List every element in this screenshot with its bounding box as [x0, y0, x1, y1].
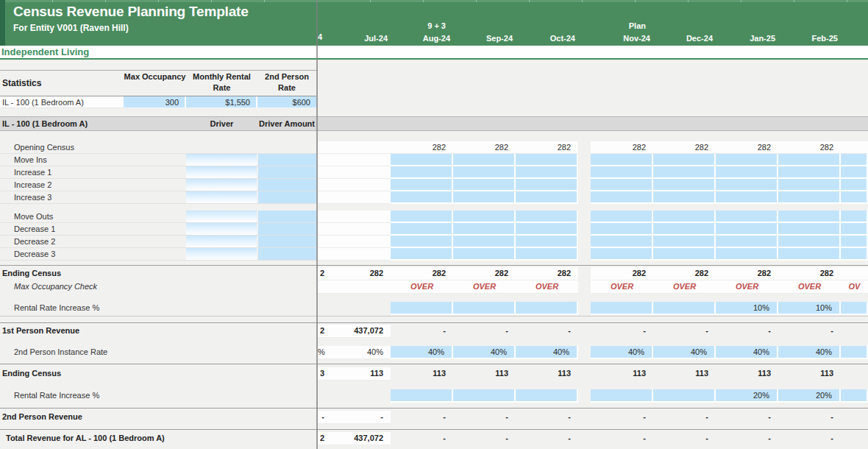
cell-mar_partial-decrease-1[interactable] — [841, 223, 868, 236]
cell-oct-increase-1[interactable] — [516, 166, 578, 179]
monthly-rental-rate-input[interactable]: $1,550 — [186, 96, 257, 108]
driver-input-move-outs[interactable] — [186, 211, 258, 222]
cell-feb-move-outs[interactable] — [778, 211, 841, 223]
driver-amount-input-move-ins[interactable] — [258, 154, 316, 166]
cell-nov-rental-rate-increase-2[interactable] — [591, 389, 653, 403]
cell-feb-increase-3[interactable] — [778, 191, 841, 204]
cell-jan-move-ins[interactable] — [716, 154, 778, 166]
cell-feb-rental-rate-increase-2[interactable]: 20% — [778, 389, 841, 403]
cell-dec-increase-3[interactable] — [653, 191, 716, 204]
cell-jan-second-person-instance-rate[interactable]: 40% — [716, 346, 778, 359]
cell-mar_partial-increase-3[interactable] — [841, 191, 868, 204]
driver-amount-input-increase-2[interactable] — [258, 179, 316, 191]
cell-sep-move-ins[interactable] — [453, 154, 516, 166]
cell-mar_partial-rental-rate-increase-2[interactable] — [841, 389, 868, 403]
cell-sep-decrease-1[interactable] — [453, 223, 516, 236]
driver-amount-input-decrease-1[interactable] — [258, 223, 316, 235]
cell-aug-increase-3[interactable] — [391, 191, 453, 204]
cell-sep-move-outs[interactable] — [453, 211, 516, 223]
cell-aug-move-outs[interactable] — [391, 211, 453, 223]
cell-aug-decrease-3[interactable] — [391, 248, 453, 261]
cell-oct-move-outs[interactable] — [516, 211, 578, 223]
cell-jan-increase-1[interactable] — [716, 166, 778, 179]
cell-aug-increase-2[interactable] — [391, 179, 453, 191]
cell-nov-second-person-instance-rate[interactable]: 40% — [591, 346, 653, 359]
cell-mar_partial-increase-1[interactable] — [841, 166, 868, 179]
cell-nov-decrease-2[interactable] — [591, 236, 653, 248]
cell-dec-rental-rate-increase-1[interactable] — [653, 302, 716, 315]
cell-aug-increase-1[interactable] — [391, 166, 453, 179]
cell-mar_partial-move-outs[interactable] — [841, 211, 868, 223]
cell-dec-decrease-3[interactable] — [653, 248, 716, 261]
cell-jan-decrease-2[interactable] — [716, 236, 778, 248]
cell-jan-increase-2[interactable] — [716, 179, 778, 191]
cell-aug-decrease-2[interactable] — [391, 236, 453, 248]
cell-dec-move-outs[interactable] — [653, 211, 716, 223]
driver-input-move-ins[interactable] — [186, 154, 258, 166]
cell-jan-decrease-1[interactable] — [716, 223, 778, 236]
cell-nov-increase-1[interactable] — [591, 166, 653, 179]
cell-feb-rental-rate-increase-1[interactable]: 10% — [778, 302, 841, 315]
cell-nov-move-outs[interactable] — [591, 211, 653, 223]
cell-oct-decrease-3[interactable] — [516, 248, 578, 261]
2nd-person-rate-input[interactable]: $600 — [257, 96, 316, 108]
cell-dec-move-ins[interactable] — [653, 154, 716, 166]
cell-aug-rental-rate-increase-2[interactable] — [391, 389, 453, 403]
cell-dec-decrease-2[interactable] — [653, 236, 716, 248]
cell-jan-move-outs[interactable] — [716, 211, 778, 223]
cell-feb-move-ins[interactable] — [778, 154, 841, 166]
driver-amount-input-decrease-3[interactable] — [258, 248, 316, 260]
cell-jan-increase-3[interactable] — [716, 191, 778, 204]
cell-oct-decrease-2[interactable] — [516, 236, 578, 248]
cell-sep-increase-2[interactable] — [453, 179, 516, 191]
cell-mar_partial-rental-rate-increase-1[interactable] — [841, 302, 868, 315]
driver-amount-input-increase-3[interactable] — [258, 191, 316, 203]
driver-amount-input-increase-1[interactable] — [258, 166, 316, 178]
cell-oct-decrease-1[interactable] — [516, 223, 578, 236]
cell-nov-rental-rate-increase-1[interactable] — [591, 302, 653, 315]
cell-feb-increase-1[interactable] — [778, 166, 841, 179]
cell-sep-decrease-3[interactable] — [453, 248, 516, 261]
cell-oct-increase-3[interactable] — [516, 191, 578, 204]
cell-jan-rental-rate-increase-1[interactable]: 10% — [716, 302, 778, 315]
cell-mar_partial-move-ins[interactable] — [841, 154, 868, 166]
driver-amount-input-move-outs[interactable] — [258, 211, 316, 222]
cell-mar_partial-second-person-instance-rate[interactable] — [841, 346, 868, 359]
cell-mar_partial-decrease-2[interactable] — [841, 236, 868, 248]
cell-feb-second-person-instance-rate[interactable]: 40% — [778, 346, 841, 359]
cell-dec-second-person-instance-rate[interactable]: 40% — [653, 346, 716, 359]
cell-jan-decrease-3[interactable] — [716, 248, 778, 261]
cell-oct-increase-2[interactable] — [516, 179, 578, 191]
driver-input-decrease-1[interactable] — [186, 223, 258, 235]
driver-input-decrease-2[interactable] — [186, 236, 258, 247]
cell-nov-decrease-3[interactable] — [591, 248, 653, 261]
cell-feb-increase-2[interactable] — [778, 179, 841, 191]
cell-sep-rental-rate-increase-2[interactable] — [453, 389, 516, 403]
cell-aug-move-ins[interactable] — [391, 154, 453, 166]
cell-oct-rental-rate-increase-1[interactable] — [516, 302, 578, 315]
cell-sep-increase-1[interactable] — [453, 166, 516, 179]
cell-aug-decrease-1[interactable] — [391, 223, 453, 236]
cell-sep-increase-3[interactable] — [453, 191, 516, 204]
cell-dec-decrease-1[interactable] — [653, 223, 716, 236]
cell-sep-rental-rate-increase-1[interactable] — [453, 302, 516, 315]
cell-feb-decrease-2[interactable] — [778, 236, 841, 248]
driver-input-increase-1[interactable] — [186, 166, 258, 178]
max-occupancy-input[interactable]: 300 — [124, 96, 186, 108]
cell-oct-second-person-instance-rate[interactable]: 40% — [516, 346, 578, 359]
cell-sep-decrease-2[interactable] — [453, 236, 516, 248]
cell-nov-move-ins[interactable] — [591, 154, 653, 166]
driver-amount-input-decrease-2[interactable] — [258, 236, 316, 247]
driver-input-increase-2[interactable] — [186, 179, 258, 191]
cell-nov-increase-3[interactable] — [591, 191, 653, 204]
cell-oct-rental-rate-increase-2[interactable] — [516, 389, 578, 403]
cell-nov-decrease-1[interactable] — [591, 223, 653, 236]
cell-aug-rental-rate-increase-1[interactable] — [391, 302, 453, 315]
cell-feb-decrease-3[interactable] — [778, 248, 841, 261]
cell-sep-second-person-instance-rate[interactable]: 40% — [453, 346, 516, 359]
cell-jan-rental-rate-increase-2[interactable]: 20% — [716, 389, 778, 403]
cell-aug-second-person-instance-rate[interactable]: 40% — [391, 346, 453, 359]
driver-input-increase-3[interactable] — [186, 191, 258, 203]
cell-nov-increase-2[interactable] — [591, 179, 653, 191]
cell-feb-decrease-1[interactable] — [778, 223, 841, 236]
